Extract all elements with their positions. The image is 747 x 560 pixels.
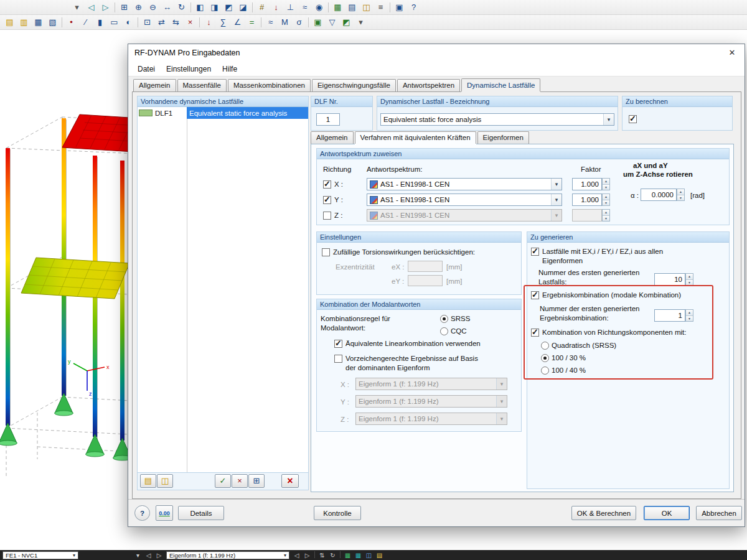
add-on-modules-icon[interactable]: ▣ <box>311 16 325 29</box>
refresh-view-icon[interactable]: ↻ <box>327 551 338 559</box>
torsion-checkbox[interactable] <box>322 248 330 256</box>
alpha-input[interactable] <box>641 189 677 201</box>
printout-report-icon[interactable]: ▤ <box>345 1 359 14</box>
filter-view-icon[interactable]: ▽ <box>325 16 339 29</box>
spin-up-icon[interactable]: ▲ <box>603 179 609 185</box>
show-supports-icon[interactable]: ⊥ <box>283 1 298 14</box>
spin-down-icon[interactable]: ▼ <box>603 185 609 190</box>
spin-up-icon[interactable]: ▲ <box>603 210 609 216</box>
show-numbering-icon[interactable]: # <box>255 1 269 14</box>
zu-berechnen-checkbox[interactable] <box>629 115 637 123</box>
isometric-view-icon[interactable]: ◪ <box>236 1 250 14</box>
color-scale-caret-icon[interactable]: ▾ <box>354 16 368 29</box>
previous-eigenform-icon[interactable]: ◁ <box>291 551 302 559</box>
move-copy-icon[interactable]: ⇄ <box>154 16 169 29</box>
display-properties-icon[interactable]: ≡ <box>374 1 388 14</box>
show-loads-icon[interactable]: ↓ <box>269 1 283 14</box>
delete-object-icon[interactable]: × <box>183 16 197 29</box>
inner-tab-eigenformen[interactable]: Eigenformen <box>477 131 529 144</box>
inner-tab-allgemein[interactable]: Allgemein <box>311 131 354 144</box>
ok-button[interactable]: OK <box>644 506 690 520</box>
z-direction-checkbox[interactable] <box>323 212 331 220</box>
new-opening-icon[interactable]: ◐ <box>121 16 136 29</box>
help-icon[interactable]: ? <box>406 1 421 14</box>
rule-100-40-radio[interactable] <box>541 366 549 375</box>
srss-radio[interactable] <box>440 315 448 323</box>
loads-icon[interactable]: ↓ <box>202 16 216 29</box>
rotate-view-icon[interactable]: ↻ <box>174 1 189 14</box>
spin-up-icon[interactable]: ▲ <box>686 310 693 316</box>
layers-panel-icon[interactable]: ◫ <box>364 551 374 559</box>
eigenform-select-combo[interactable]: Eigenform 1 (f: 1.199 Hz) <box>166 551 289 559</box>
results-member-forces-icon[interactable]: M <box>278 16 292 29</box>
results-deformations-icon[interactable]: ≈ <box>263 16 278 29</box>
sign-results-checkbox[interactable] <box>334 355 342 363</box>
tab-massenfaelle[interactable]: Massenfälle <box>177 79 227 91</box>
new-case-icon[interactable]: ▤ <box>2 16 17 29</box>
inner-tab-verfahren[interactable]: Verfahren mit äquivalenten Kräften <box>355 131 476 144</box>
new-member-icon[interactable]: ▮ <box>93 16 107 29</box>
new-line-icon[interactable]: ∕ <box>78 16 93 29</box>
generate-loadcases-checkbox[interactable] <box>531 248 539 256</box>
results-stresses-icon[interactable]: σ <box>292 16 306 29</box>
x-spectrum-combo[interactable]: AS1 - EN1998-1 CEN <box>367 178 562 190</box>
previous-case-icon[interactable]: ◁ <box>143 551 154 559</box>
cqc-radio[interactable] <box>440 327 448 335</box>
tab-massenkombinationen[interactable]: Massenkombinationen <box>228 79 311 91</box>
kontrolle-button[interactable]: Kontrolle <box>314 506 361 520</box>
first-lc-input[interactable] <box>654 273 685 286</box>
menu-datei[interactable]: Datei <box>132 63 161 75</box>
view-z-icon[interactable]: ◩ <box>222 1 236 14</box>
x-factor-input[interactable] <box>572 178 602 190</box>
zoom-out-icon[interactable]: ⊖ <box>146 1 160 14</box>
previous-view-icon[interactable]: ◁ <box>84 1 98 14</box>
decimal-places-button[interactable]: 0.00 <box>156 505 173 521</box>
new-node-icon[interactable]: • <box>64 16 78 29</box>
case-list-caret-icon[interactable]: ▾ <box>133 551 143 559</box>
mirror-icon[interactable]: ⇆ <box>169 16 183 29</box>
help-button[interactable]: ? <box>134 505 150 521</box>
animate-results-icon[interactable]: ⇅ <box>317 551 327 559</box>
uncheck-case-icon[interactable]: × <box>232 474 248 488</box>
imperfections-icon[interactable]: ∠ <box>230 16 245 29</box>
open-case-icon[interactable]: ▥ <box>17 16 31 29</box>
x-direction-checkbox[interactable] <box>323 180 331 189</box>
color-scale-icon[interactable]: ◩ <box>339 16 354 29</box>
dlf-list-item[interactable]: DLF1 Equivalent static force analysis <box>138 107 308 119</box>
y-spectrum-combo[interactable]: AS1 - EN1998-1 CEN <box>367 194 562 206</box>
result-table-green-icon[interactable]: ▦ <box>342 551 353 559</box>
result-combination-checkbox[interactable] <box>531 291 539 299</box>
cancel-button[interactable]: Abbrechen <box>696 506 742 520</box>
pan-view-icon[interactable]: ↔ <box>160 1 174 14</box>
zoom-in-icon[interactable]: ⊕ <box>131 1 146 14</box>
close-icon[interactable]: ✕ <box>722 45 742 60</box>
delete-all-cases-icon[interactable]: × <box>281 474 299 488</box>
spin-down-icon[interactable]: ▼ <box>686 316 693 322</box>
first-rc-input[interactable] <box>654 309 685 322</box>
directional-combination-checkbox[interactable] <box>531 329 539 337</box>
dialog-titlebar[interactable]: RF-DYNAM Pro Eingabedaten ✕ <box>128 44 745 62</box>
tab-antwortspektren[interactable]: Antwortspektren <box>397 79 460 91</box>
spin-down-icon[interactable]: ▼ <box>686 280 693 286</box>
new-window-icon[interactable]: ▣ <box>392 1 406 14</box>
next-case-icon[interactable]: ▷ <box>154 551 164 559</box>
dlf-name-combo[interactable]: Equivalent static force analysis <box>380 113 614 126</box>
quadratic-srss-radio[interactable] <box>541 342 549 350</box>
spin-up-icon[interactable]: ▲ <box>686 274 693 280</box>
result-case-combo[interactable]: FE1 - NVC1 <box>2 551 78 559</box>
visibility-mode-icon[interactable]: ◉ <box>312 1 326 14</box>
spin-up-icon[interactable]: ▲ <box>603 194 609 200</box>
load-combinations-icon[interactable]: ∑ <box>216 16 230 29</box>
edit-object-icon[interactable]: ⊡ <box>140 16 154 29</box>
tab-allgemein[interactable]: Allgemein <box>133 79 176 91</box>
spin-down-icon[interactable]: ▼ <box>603 200 609 206</box>
save-model-icon[interactable]: ▦ <box>31 16 45 29</box>
new-dlf-case-icon[interactable]: ▤ <box>140 474 156 488</box>
new-surface-icon[interactable]: ▭ <box>107 16 121 29</box>
dlf-nr-input[interactable] <box>316 113 340 126</box>
dlf-list[interactable]: DLF1 Equivalent static force analysis <box>138 107 308 473</box>
rule-100-30-radio[interactable] <box>541 354 549 362</box>
menu-einstellungen[interactable]: Einstellungen <box>161 63 217 75</box>
linear-combination-checkbox[interactable] <box>334 340 342 348</box>
control-panel-icon[interactable]: ◫ <box>359 1 374 14</box>
